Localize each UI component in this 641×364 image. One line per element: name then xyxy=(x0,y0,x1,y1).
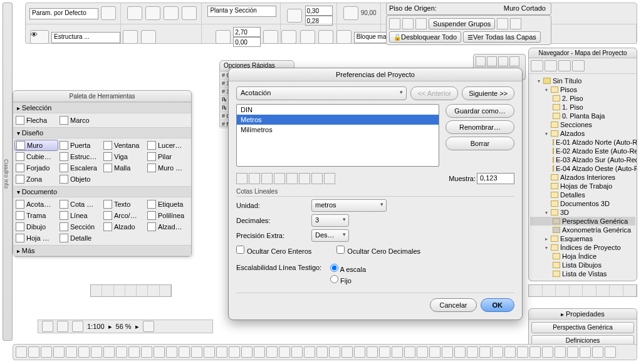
save-as-button[interactable]: Guardar como… xyxy=(446,104,514,118)
tree-item[interactable]: E-04 Alzado Oeste (Auto-R xyxy=(530,164,635,173)
tool-dibujo[interactable]: Dibujo xyxy=(14,221,58,232)
status-icon[interactable] xyxy=(72,321,83,332)
param-default[interactable]: Param. por Defecto xyxy=(29,8,98,19)
geometry-icon-2[interactable] xyxy=(145,6,160,20)
e-icon[interactable] xyxy=(336,30,352,44)
tree-item[interactable]: E-03 Alzado Sur (Auto-Rec xyxy=(530,155,635,164)
list-item[interactable]: Metros xyxy=(237,115,439,125)
status-icon[interactable] xyxy=(42,321,53,332)
dim-style-icon[interactable] xyxy=(249,173,260,184)
scale-value[interactable]: 1:100 xyxy=(87,323,105,330)
tool-escalera[interactable]: Escalera xyxy=(58,162,102,174)
bottom-icon[interactable] xyxy=(216,346,227,358)
fb-icon[interactable] xyxy=(498,56,508,66)
tree-indices[interactable]: ▾Índices de Proyecto xyxy=(530,243,635,252)
status-icon[interactable] xyxy=(57,321,68,332)
bottom-icon[interactable] xyxy=(154,346,165,358)
tool-cota[interactable]: Cota … xyxy=(58,199,102,210)
bottom-icon[interactable] xyxy=(66,346,77,358)
dim-style-icon[interactable] xyxy=(274,173,285,184)
tool-viga[interactable]: Viga xyxy=(102,151,146,162)
suspend-groups-button[interactable]: Suspender Grupos xyxy=(429,18,495,29)
tool-acota[interactable]: Acota… xyxy=(14,199,58,210)
bottom-icon[interactable] xyxy=(316,346,328,358)
tree-3d[interactable]: ▾3D xyxy=(530,208,635,217)
tool-muro[interactable]: Muro xyxy=(14,140,58,151)
bottom-icon[interactable] xyxy=(442,346,453,358)
section-document[interactable]: ▾ Documento xyxy=(13,186,191,197)
tree-secciones[interactable]: Secciones xyxy=(530,120,635,129)
nf-icon[interactable] xyxy=(597,285,610,296)
tool-etiqueta[interactable]: Etiqueta xyxy=(146,199,190,210)
hide-dec-checkbox[interactable]: Ocultar Cero Decimales xyxy=(336,246,420,255)
geometry-icon-3[interactable] xyxy=(164,6,179,20)
arrow-icon[interactable] xyxy=(101,6,116,20)
bottom-icon[interactable] xyxy=(542,346,553,358)
rotate-icon[interactable] xyxy=(216,30,231,44)
bottom-icon[interactable] xyxy=(241,346,253,358)
hide-int-checkbox[interactable]: Ocultar Cero Enteros xyxy=(236,246,311,255)
nf-icon[interactable] xyxy=(583,285,597,296)
angle-icon[interactable] xyxy=(343,6,358,20)
ok-button[interactable]: OK xyxy=(481,298,515,312)
category-combo[interactable]: Acotación xyxy=(236,86,407,100)
tool-ventana[interactable]: Ventana xyxy=(102,140,146,151)
bottom-icon[interactable] xyxy=(555,346,566,358)
si-2[interactable] xyxy=(141,30,156,44)
bottom-icon[interactable] xyxy=(116,346,127,358)
bottom-icon[interactable] xyxy=(291,346,303,358)
tool-detalle[interactable]: Detalle xyxy=(58,232,102,244)
fb-icon[interactable] xyxy=(509,56,519,66)
bottom-icon[interactable] xyxy=(517,346,528,358)
d-icon[interactable] xyxy=(318,30,333,44)
properties-title[interactable]: ▸ Propiedades xyxy=(529,309,637,320)
b-icon[interactable] xyxy=(281,30,296,44)
zoom-value[interactable]: 56 % xyxy=(116,323,132,330)
next-button[interactable]: Siguiente >> xyxy=(462,86,514,100)
tree-detalles[interactable]: Detalles xyxy=(530,190,635,199)
tool-muro[interactable]: Muro … xyxy=(146,162,190,174)
bottom-icon[interactable] xyxy=(392,346,403,358)
cancel-button[interactable]: Cancelar xyxy=(430,298,476,312)
bottom-icon[interactable] xyxy=(605,346,616,358)
bottom-icon[interactable] xyxy=(492,346,503,358)
bottom-icon[interactable] xyxy=(567,346,578,358)
tree-alz-int[interactable]: Alzados Interiores xyxy=(530,173,635,182)
status-icon[interactable] xyxy=(143,321,154,332)
bottom-icon[interactable] xyxy=(204,346,215,358)
plan-section-button[interactable]: Planta y Sección xyxy=(207,6,276,17)
geometry-icon-4[interactable] xyxy=(182,6,197,20)
bottom-icon[interactable] xyxy=(279,346,290,358)
delete-button[interactable]: Borrar xyxy=(446,137,514,150)
bottom-icon[interactable] xyxy=(128,346,140,358)
tree-item[interactable]: E-01 Alzado Norte (Auto-R xyxy=(530,138,635,147)
gb-icon-3[interactable] xyxy=(415,18,427,29)
dim-style-icon[interactable] xyxy=(261,173,273,184)
bottom-icon[interactable] xyxy=(229,346,240,358)
mini-icon[interactable] xyxy=(114,285,125,296)
eye-icon[interactable]: 👁 xyxy=(30,30,49,44)
muro-cortado[interactable]: Muro Cortado xyxy=(504,4,546,12)
c-icon[interactable] xyxy=(300,30,315,44)
tree-root[interactable]: ▾Sin Título xyxy=(530,76,635,85)
fb-icon[interactable] xyxy=(476,56,486,66)
bottom-icon[interactable] xyxy=(354,346,365,358)
tool-lucer[interactable]: Lucer… xyxy=(146,140,190,151)
gb-icon-1[interactable] xyxy=(389,18,400,29)
nav-mode-icon[interactable] xyxy=(572,60,585,71)
dim1-input[interactable] xyxy=(305,6,333,16)
tool-alzado[interactable]: Alzado xyxy=(102,221,146,232)
bottom-icon[interactable] xyxy=(417,346,428,358)
bottom-icon[interactable] xyxy=(504,346,516,358)
bottom-icon[interactable] xyxy=(103,346,115,358)
tool-forjado[interactable]: Forjado xyxy=(14,162,58,174)
bottom-icon[interactable] xyxy=(166,346,177,358)
tool-cubie[interactable]: Cubie… xyxy=(14,151,58,162)
mini-icon[interactable] xyxy=(91,285,102,296)
bottom-icon[interactable] xyxy=(454,346,466,358)
tree-alzados[interactable]: ▾Alzados xyxy=(530,129,635,138)
mini-icon[interactable] xyxy=(148,285,159,296)
all-layers-button[interactable]: ☰ Ver Todas las Capas xyxy=(463,31,541,43)
section-more[interactable]: ▸ Más xyxy=(13,245,191,256)
tree-item[interactable]: E-02 Alzado Este (Auto-Rec xyxy=(530,147,635,155)
